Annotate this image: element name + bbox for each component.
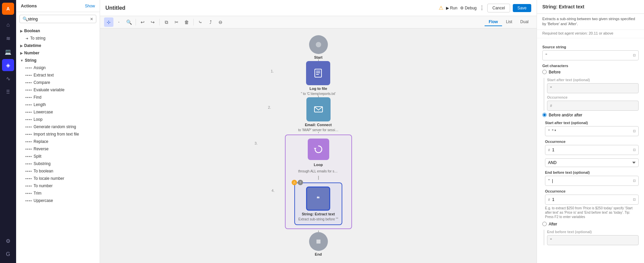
- action-to-locale-number[interactable]: To locale number: [16, 175, 100, 182]
- end-before-text-field[interactable]: " ⊡: [545, 176, 639, 186]
- canvas[interactable]: Start 1. Log to file " to 'C:\temp\repor…: [100, 29, 537, 263]
- loop-node-box[interactable]: [308, 139, 329, 160]
- toolbar-copy-btn[interactable]: ⧉: [162, 17, 171, 27]
- sidebar-pulse-btn[interactable]: ∿: [2, 72, 14, 85]
- arrow-icon: ➜: [26, 37, 28, 40]
- end-before-text-input[interactable]: [552, 178, 631, 183]
- variable-picker-btn[interactable]: ⊡: [633, 53, 636, 57]
- radio-before-and-after-label: Before and/or after: [549, 113, 582, 117]
- sidebar-settings-btn[interactable]: ⚙: [2, 235, 14, 247]
- action-reverse[interactable]: Reverse: [16, 145, 100, 153]
- action-substring[interactable]: Substring: [16, 160, 100, 167]
- tab-list[interactable]: List: [502, 18, 516, 26]
- debug-button[interactable]: ⚙ Debug: [460, 6, 477, 10]
- toolbar-delete-btn[interactable]: 🗑: [182, 17, 191, 27]
- hash-icon-before: #: [550, 104, 552, 108]
- action-find[interactable]: Find: [16, 94, 100, 101]
- toolbar-disable-btn[interactable]: ⊖: [216, 17, 225, 27]
- variable-picker-occ1-btn[interactable]: ⊡: [633, 148, 636, 152]
- clear-search-btn[interactable]: ✕: [90, 17, 93, 21]
- action-import-from-file[interactable]: Import string from text file: [16, 130, 100, 138]
- show-link[interactable]: Show: [85, 4, 95, 8]
- group-datetime-label: Datetime: [24, 43, 41, 48]
- toolbar-undo-btn[interactable]: ↩: [138, 17, 147, 27]
- dots-icon: [26, 200, 32, 201]
- dots-icon: [26, 67, 32, 68]
- group-number[interactable]: ▶ Number: [16, 49, 100, 57]
- top-bar-right: ⚠ ▶ Run ⚙ Debug ⋮ Cancel Save: [439, 4, 531, 12]
- action-to-boolean[interactable]: To boolean: [16, 167, 100, 175]
- action-assign[interactable]: Assign: [16, 64, 100, 71]
- actions-title: Actions: [21, 3, 37, 8]
- action-generate-random[interactable]: Generate random string: [16, 123, 100, 130]
- toolbar-pointer-btn[interactable]: ⬝: [114, 17, 123, 27]
- variable-picker-start-btn[interactable]: ⊡: [633, 129, 636, 133]
- dots-icon: [26, 141, 32, 142]
- occurrence-input-2[interactable]: [552, 197, 631, 202]
- action-extract-text[interactable]: Extract text: [16, 71, 100, 79]
- variable-picker-end-btn[interactable]: ⊡: [633, 179, 636, 182]
- toolbar-redo-btn[interactable]: ↪: [148, 17, 157, 27]
- right-panel: String: Extract text Extracts a sub-stri…: [537, 0, 644, 263]
- tab-dual[interactable]: Dual: [516, 18, 533, 26]
- radio-before[interactable]: Before: [542, 70, 639, 74]
- action-trim[interactable]: Trim: [16, 190, 100, 197]
- run-button[interactable]: ▶ Run: [446, 6, 457, 10]
- occurrence-input-1[interactable]: [552, 148, 631, 152]
- source-string-input[interactable]: [549, 53, 631, 58]
- sidebar-activity-btn[interactable]: ≋: [2, 32, 14, 44]
- action-lowercase-label: Lowercase: [34, 110, 53, 114]
- action-to-number[interactable]: To number: [16, 182, 100, 190]
- start-node-box[interactable]: [309, 35, 328, 54]
- toolbar-outdent-btn[interactable]: ⤴: [206, 17, 215, 27]
- dots-icon: [26, 90, 32, 91]
- email-node-box[interactable]: [306, 97, 331, 121]
- action-loop[interactable]: Loop: [16, 116, 100, 123]
- toolbar-select-btn[interactable]: ⊹: [104, 17, 113, 27]
- and-or-select[interactable]: AND OR: [545, 158, 639, 167]
- dots-icon: [26, 171, 32, 172]
- sidebar-apps-btn[interactable]: ⠿: [2, 86, 14, 98]
- group-string[interactable]: ▼ String: [16, 57, 100, 64]
- extract-node-box[interactable]: ❝: [306, 187, 330, 211]
- action-loop-label: Loop: [34, 117, 43, 122]
- sidebar-editor-btn[interactable]: ◈: [2, 59, 14, 71]
- cancel-button[interactable]: Cancel: [487, 4, 510, 12]
- start-caption: Start: [314, 55, 323, 59]
- radio-after[interactable]: After: [542, 222, 639, 226]
- source-string-field[interactable]: " ⊡: [542, 50, 639, 60]
- action-compare[interactable]: Compare: [16, 79, 100, 86]
- log-node-box[interactable]: [306, 61, 330, 85]
- search-input[interactable]: [28, 17, 90, 21]
- radio-after-label: After: [549, 222, 557, 226]
- toolbar-zoom-in-btn[interactable]: 🔍: [124, 17, 134, 27]
- chevron-down-icon-str: ▼: [20, 59, 23, 62]
- right-panel-note: Required bot agent version: 20.11 or abo…: [537, 30, 644, 38]
- start-after-text-field[interactable]: " ⊡: [545, 126, 639, 136]
- tab-flow[interactable]: Flow: [485, 18, 502, 26]
- save-button[interactable]: Save: [513, 4, 531, 12]
- occurrence-field-1[interactable]: # ⊡: [545, 145, 639, 155]
- end-node-box[interactable]: [309, 232, 328, 251]
- action-lowercase[interactable]: Lowercase: [16, 108, 100, 116]
- action-replace[interactable]: Replace: [16, 138, 100, 145]
- warning-badge: ⚠: [292, 180, 297, 185]
- start-after-text-input[interactable]: [552, 129, 631, 134]
- action-uppercase[interactable]: Uppercase: [16, 197, 100, 204]
- action-length[interactable]: Length: [16, 101, 100, 108]
- sidebar-device-btn[interactable]: 💻: [2, 46, 14, 58]
- action-length-label: Length: [34, 102, 46, 107]
- action-evaluate-variable[interactable]: Evaluate variable: [16, 86, 100, 94]
- more-options-button[interactable]: ⋮: [479, 5, 485, 11]
- variable-picker-occ2-btn[interactable]: ⊡: [633, 198, 636, 201]
- occurrence-field-2[interactable]: # ⊡: [545, 195, 639, 205]
- action-split[interactable]: Split: [16, 153, 100, 160]
- radio-before-and-after[interactable]: Before and/or after: [542, 113, 639, 117]
- group-datetime[interactable]: ▶ Datetime: [16, 42, 100, 49]
- group-boolean[interactable]: ▶ Boolean: [16, 27, 100, 35]
- action-to-string[interactable]: ➜ To string: [16, 35, 100, 42]
- sidebar-home-btn[interactable]: ⌂: [2, 19, 14, 31]
- sidebar-user-btn[interactable]: G: [2, 248, 14, 260]
- toolbar-cut-btn[interactable]: ✂: [172, 17, 181, 27]
- toolbar-indent-btn[interactable]: ⤷: [196, 17, 205, 27]
